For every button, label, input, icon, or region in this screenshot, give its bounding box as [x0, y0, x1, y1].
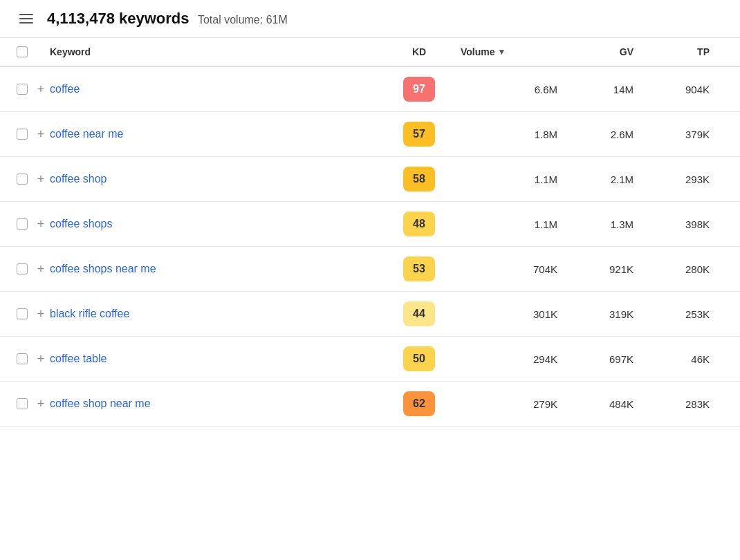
keyword-cell: coffee shops near me — [50, 263, 378, 275]
kd-badge: 50 — [403, 346, 435, 371]
row-checkbox[interactable] — [17, 353, 28, 364]
tp-cell: 283K — [647, 398, 723, 410]
kd-cell: 57 — [378, 122, 461, 147]
row-checkbox[interactable] — [17, 174, 28, 185]
col-gv-header: GV — [571, 46, 647, 57]
table-row: + coffee near me 57 1.8M 2.6M 379K — [0, 112, 740, 157]
kd-badge: 44 — [403, 301, 435, 326]
tp-cell: 398K — [647, 218, 723, 230]
row-checkbox-cell: + — [17, 173, 50, 185]
kd-badge: 53 — [403, 256, 435, 281]
gv-cell: 2.6M — [571, 129, 647, 140]
keyword-cell: coffee — [50, 83, 378, 95]
add-keyword-button[interactable]: + — [35, 83, 47, 95]
keyword-link[interactable]: coffee shop — [50, 173, 107, 185]
tp-cell: 904K — [647, 84, 723, 95]
header: 4,113,478 keywords Total volume: 61M — [0, 0, 740, 38]
table-row: + coffee table 50 294K 697K 46K — [0, 337, 740, 382]
gv-cell: 484K — [571, 398, 647, 410]
volume-cell: 704K — [461, 263, 571, 275]
keywords-count: 4,113,478 keywords — [47, 10, 189, 27]
add-keyword-button[interactable]: + — [35, 218, 47, 230]
header-checkbox-cell — [17, 46, 50, 57]
row-checkbox[interactable] — [17, 218, 28, 230]
add-keyword-button[interactable]: + — [35, 263, 47, 275]
col-volume-header[interactable]: Volume ▼ — [461, 46, 571, 57]
volume-cell: 1.1M — [461, 218, 571, 230]
tp-cell: 46K — [647, 353, 723, 365]
gv-cell: 921K — [571, 263, 647, 275]
kd-cell: 97 — [378, 77, 461, 102]
hamburger-icon[interactable] — [17, 11, 36, 26]
keyword-link[interactable]: black rifle coffee — [50, 308, 129, 319]
keyword-link[interactable]: coffee — [50, 83, 80, 95]
keyword-link[interactable]: coffee shop near me — [50, 398, 151, 409]
gv-cell: 14M — [571, 84, 647, 95]
kd-cell: 48 — [378, 212, 461, 236]
keyword-link[interactable]: coffee near me — [50, 128, 123, 140]
kd-badge: 57 — [403, 122, 435, 147]
kd-cell: 53 — [378, 256, 461, 281]
row-checkbox-cell: + — [17, 263, 50, 275]
tp-cell: 253K — [647, 308, 723, 320]
add-keyword-button[interactable]: + — [35, 398, 47, 410]
kd-badge: 58 — [403, 167, 435, 192]
row-checkbox-cell: + — [17, 308, 50, 320]
row-checkbox-cell: + — [17, 128, 50, 140]
gv-cell: 319K — [571, 308, 647, 320]
row-checkbox-cell: + — [17, 218, 50, 230]
table-row: + coffee shop 58 1.1M 2.1M 293K — [0, 157, 740, 202]
keyword-cell: coffee shop — [50, 173, 378, 185]
table-body: + coffee 97 6.6M 14M 904K + coffee near … — [0, 67, 740, 427]
volume-cell: 1.8M — [461, 129, 571, 140]
sort-desc-icon: ▼ — [498, 47, 506, 57]
row-checkbox[interactable] — [17, 84, 28, 95]
gv-cell: 1.3M — [571, 218, 647, 230]
keyword-cell: coffee near me — [50, 128, 378, 140]
row-checkbox[interactable] — [17, 129, 28, 140]
add-keyword-button[interactable]: + — [35, 353, 47, 365]
kd-badge: 62 — [403, 391, 435, 416]
row-checkbox[interactable] — [17, 308, 28, 319]
keyword-link[interactable]: coffee shops near me — [50, 263, 156, 274]
volume-cell: 6.6M — [461, 84, 571, 95]
table-row: + black rifle coffee 44 301K 319K 253K — [0, 292, 740, 337]
row-checkbox-cell: + — [17, 83, 50, 95]
row-checkbox[interactable] — [17, 263, 28, 274]
header-info: 4,113,478 keywords Total volume: 61M — [47, 10, 288, 28]
keyword-cell: coffee shop near me — [50, 398, 378, 410]
header-checkbox[interactable] — [17, 46, 28, 57]
total-volume: Total volume: 61M — [198, 14, 288, 26]
row-checkbox-cell: + — [17, 353, 50, 365]
col-keyword-header: Keyword — [50, 46, 378, 57]
keyword-link[interactable]: coffee table — [50, 353, 107, 364]
col-tp-header: TP — [647, 46, 723, 57]
table-header: Keyword KD Volume ▼ GV TP — [0, 38, 740, 67]
volume-cell: 301K — [461, 308, 571, 320]
volume-cell: 279K — [461, 398, 571, 410]
add-keyword-button[interactable]: + — [35, 308, 47, 320]
tp-cell: 280K — [647, 263, 723, 275]
keyword-cell: coffee table — [50, 353, 378, 365]
kd-cell: 58 — [378, 167, 461, 192]
col-kd-header: KD — [378, 46, 461, 57]
add-keyword-button[interactable]: + — [35, 173, 47, 185]
table-row: + coffee shops 48 1.1M 1.3M 398K — [0, 202, 740, 247]
keyword-cell: coffee shops — [50, 218, 378, 230]
table-row: + coffee shop near me 62 279K 484K 283K — [0, 382, 740, 427]
gv-cell: 2.1M — [571, 174, 647, 185]
volume-cell: 1.1M — [461, 174, 571, 185]
keyword-link[interactable]: coffee shops — [50, 218, 112, 230]
kd-cell: 50 — [378, 346, 461, 371]
kd-badge: 97 — [403, 77, 435, 102]
row-checkbox[interactable] — [17, 398, 28, 409]
volume-cell: 294K — [461, 353, 571, 365]
table-row: + coffee 97 6.6M 14M 904K — [0, 67, 740, 112]
kd-cell: 62 — [378, 391, 461, 416]
keyword-cell: black rifle coffee — [50, 308, 378, 320]
table-row: + coffee shops near me 53 704K 921K 280K — [0, 247, 740, 292]
gv-cell: 697K — [571, 353, 647, 365]
tp-cell: 293K — [647, 174, 723, 185]
add-keyword-button[interactable]: + — [35, 128, 47, 140]
tp-cell: 379K — [647, 129, 723, 140]
